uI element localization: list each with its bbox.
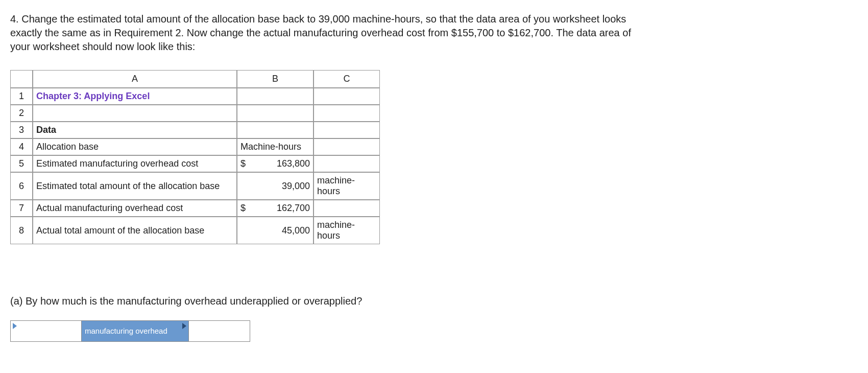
question-number: 4.	[10, 13, 19, 25]
spreadsheet-table: A B C 1 Chapter 3: Applying Excel 2 3 Da…	[10, 70, 380, 244]
cell-b: Machine-hours	[237, 138, 314, 155]
table-row: 4 Allocation base Machine-hours	[10, 138, 380, 155]
cell-a: Actual manufacturing overhead cost	[33, 200, 237, 217]
table-row: 2	[10, 105, 380, 122]
question-text: 4. Change the estimated total amount of …	[10, 12, 633, 54]
answer-label-text: manufacturing overhead	[85, 327, 167, 335]
dropdown-indicator-icon	[182, 323, 186, 329]
cell-c: machine-hours	[314, 217, 380, 244]
cell-a	[33, 105, 237, 122]
row-number: 1	[10, 88, 33, 105]
col-header-c: C	[314, 70, 380, 88]
sub-question-a: (a) By how much is the manufacturing ove…	[10, 295, 623, 307]
cell-a: Data	[33, 122, 237, 138]
cell-a: Chapter 3: Applying Excel	[33, 88, 237, 105]
cell-a: Estimated manufacturing overhead cost	[33, 155, 237, 172]
cell-c	[314, 200, 380, 217]
cell-c	[314, 138, 380, 155]
cell-b: 45,000	[237, 217, 314, 244]
table-row: 3 Data	[10, 122, 380, 138]
row-number: 5	[10, 155, 33, 172]
cell-value: 162,700	[277, 203, 310, 214]
cell-value: 163,800	[277, 158, 310, 169]
cell-b: $ 162,700	[237, 200, 314, 217]
answer-label: manufacturing overhead	[82, 320, 189, 342]
row-number: 2	[10, 105, 33, 122]
cell-b	[237, 88, 314, 105]
cell-c	[314, 122, 380, 138]
col-header-b: B	[237, 70, 314, 88]
header-row: A B C	[10, 70, 380, 88]
currency-symbol: $	[240, 203, 246, 214]
cell-c	[314, 88, 380, 105]
cell-b	[237, 105, 314, 122]
table-row: 5 Estimated manufacturing overhead cost …	[10, 155, 380, 172]
cell-b: $ 163,800	[237, 155, 314, 172]
dropdown-indicator-icon	[13, 323, 17, 329]
row-number: 6	[10, 172, 33, 200]
question-body: Change the estimated total amount of the…	[10, 13, 631, 52]
table-row: 7 Actual manufacturing overhead cost $ 1…	[10, 200, 380, 217]
overapplied-underapplied-dropdown[interactable]	[10, 320, 82, 342]
corner-cell	[10, 70, 33, 88]
table-row: 6 Estimated total amount of the allocati…	[10, 172, 380, 200]
currency-symbol: $	[240, 158, 246, 169]
row-number: 4	[10, 138, 33, 155]
row-number: 8	[10, 217, 33, 244]
cell-a: Allocation base	[33, 138, 237, 155]
cell-c	[314, 155, 380, 172]
cell-a: Estimated total amount of the allocation…	[33, 172, 237, 200]
table-row: 1 Chapter 3: Applying Excel	[10, 88, 380, 105]
cell-c: machine-hours	[314, 172, 380, 200]
cell-b: 39,000	[237, 172, 314, 200]
row-number: 3	[10, 122, 33, 138]
answer-amount-input[interactable]	[189, 320, 250, 342]
table-row: 8 Actual total amount of the allocation …	[10, 217, 380, 244]
answer-row: manufacturing overhead	[10, 320, 858, 342]
row-number: 7	[10, 200, 33, 217]
cell-c	[314, 105, 380, 122]
col-header-a: A	[33, 70, 237, 88]
cell-a: Actual total amount of the allocation ba…	[33, 217, 237, 244]
cell-b	[237, 122, 314, 138]
